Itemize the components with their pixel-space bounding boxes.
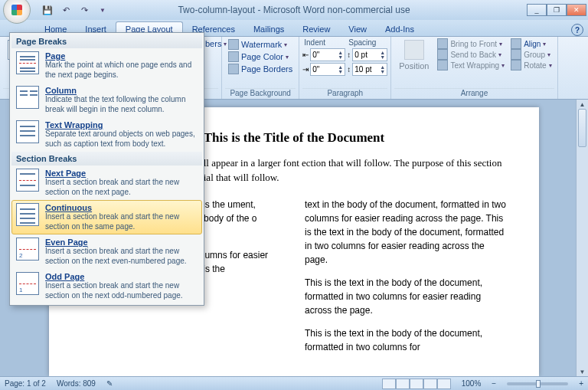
menu-item-continuous[interactable]: ContinuousInsert a section break and sta…	[11, 200, 202, 234]
menu-section-page-breaks: Page Breaks	[11, 34, 202, 48]
bring-to-front-button[interactable]: Bring to Front▾	[435, 38, 507, 49]
indent-right-icon: ⇥	[302, 65, 309, 74]
undo-icon[interactable]: ↶	[58, 2, 74, 18]
indent-right-input[interactable]: 0"▲▼	[310, 63, 345, 76]
proofing-icon[interactable]: ✎	[106, 379, 113, 388]
scroll-up-icon[interactable]: ▲	[577, 100, 588, 109]
zoom-out-button[interactable]: −	[492, 379, 496, 388]
send-to-back-button[interactable]: Send to Back▾	[435, 49, 507, 60]
column-break-icon	[16, 86, 39, 109]
rotate-button: Rotate▾	[508, 60, 554, 70]
group-button: Group▾	[508, 49, 554, 60]
text-wrapping-button: Text Wrapping▾	[435, 60, 507, 70]
zoom-level[interactable]: 100%	[462, 379, 482, 388]
close-button[interactable]: ✕	[567, 4, 586, 16]
tab-view[interactable]: View	[339, 22, 376, 36]
text-wrap-icon	[437, 60, 448, 70]
continuous-break-icon	[16, 203, 39, 226]
menu-item-odd-page[interactable]: 1 Odd PageInsert a section break and sta…	[11, 269, 202, 303]
page-color-button[interactable]: Page Color▾	[225, 51, 296, 63]
align-icon	[511, 38, 521, 49]
menu-item-text-wrapping[interactable]: Text WrappingSeparate text around object…	[11, 117, 202, 152]
zoom-in-button[interactable]: +	[579, 379, 583, 388]
window-controls: _ ❐ ✕	[527, 4, 586, 16]
align-button[interactable]: Align▾	[508, 38, 554, 49]
document-column-right: text in the body of the document, format…	[305, 198, 508, 363]
title-bar: 💾 ↶ ↷ ▼ Two-column-layout - Microsoft Wo…	[0, 0, 588, 20]
spacing-before-icon: ↕	[347, 51, 351, 59]
spacing-before-input[interactable]: 0 pt▲▼	[352, 48, 387, 61]
group-arrange: Arrange	[394, 88, 554, 99]
status-bar: Page: 1 of 2 Words: 809 ✎ 100% − +	[0, 376, 588, 390]
scroll-thumb[interactable]	[578, 109, 586, 147]
menu-item-page[interactable]: PageMark the point at which one page end…	[11, 48, 202, 83]
scroll-down-icon[interactable]: ▼	[577, 367, 588, 376]
indent-left-icon: ⇤	[302, 51, 309, 59]
help-icon[interactable]: ?	[571, 24, 583, 36]
restore-button[interactable]: ❐	[547, 4, 567, 16]
breaks-dropdown-menu: Page Breaks PageMark the point at which …	[9, 32, 204, 306]
text-wrap-break-icon	[16, 120, 39, 143]
menu-item-even-page[interactable]: 2 Even PageInsert a section break and st…	[11, 234, 202, 269]
view-full-screen[interactable]	[396, 379, 410, 389]
tab-addins[interactable]: Add-Ins	[376, 22, 423, 36]
watermark-button[interactable]: Watermark▾	[225, 38, 296, 51]
save-icon[interactable]: 💾	[40, 2, 55, 18]
view-draft[interactable]	[437, 379, 451, 389]
tab-mailings[interactable]: Mailings	[244, 22, 293, 36]
rotate-icon	[511, 60, 521, 70]
view-buttons	[382, 379, 451, 389]
view-print-layout[interactable]	[382, 379, 396, 389]
tab-review[interactable]: Review	[293, 22, 339, 36]
group-page-background: Page Background	[225, 88, 296, 99]
menu-item-next-page[interactable]: Next PageInsert a section break and star…	[11, 166, 202, 200]
status-page[interactable]: Page: 1 of 2	[5, 379, 46, 388]
bring-front-icon	[437, 38, 448, 49]
spacing-label: Spacing	[347, 38, 387, 47]
group-icon	[511, 49, 521, 60]
qat-customize-icon[interactable]: ▼	[95, 2, 110, 18]
menu-section-section-breaks: Section Breaks	[11, 152, 202, 166]
zoom-slider[interactable]	[507, 382, 568, 385]
odd-page-break-icon: 1	[16, 272, 39, 295]
view-web-layout[interactable]	[410, 379, 423, 389]
spacing-after-icon: ↕	[347, 65, 351, 74]
position-button: Position	[394, 38, 433, 88]
watermark-icon	[228, 39, 239, 50]
position-icon	[404, 40, 424, 60]
minimize-button[interactable]: _	[527, 4, 547, 16]
next-page-break-icon	[16, 169, 39, 192]
menu-item-column[interactable]: ColumnIndicate that the text following t…	[11, 83, 202, 117]
page-borders-button[interactable]: Page Borders	[225, 63, 296, 75]
send-back-icon	[437, 49, 448, 60]
indent-left-input[interactable]: 0"▲▼	[310, 48, 345, 61]
page-color-icon	[228, 51, 239, 62]
group-paragraph: Paragraph	[302, 88, 387, 99]
redo-icon[interactable]: ↷	[77, 2, 92, 18]
spacing-after-input[interactable]: 10 pt▲▼	[352, 63, 387, 76]
view-outline[interactable]	[423, 379, 437, 389]
indent-label: Indent	[302, 38, 345, 47]
page-break-icon	[16, 51, 39, 74]
even-page-break-icon: 2	[16, 238, 39, 261]
page-borders-icon	[228, 64, 239, 74]
vertical-scrollbar[interactable]: ▲ ▼	[576, 100, 588, 376]
status-words[interactable]: Words: 809	[57, 379, 96, 388]
quick-access-toolbar: 💾 ↶ ↷ ▼	[40, 2, 110, 18]
